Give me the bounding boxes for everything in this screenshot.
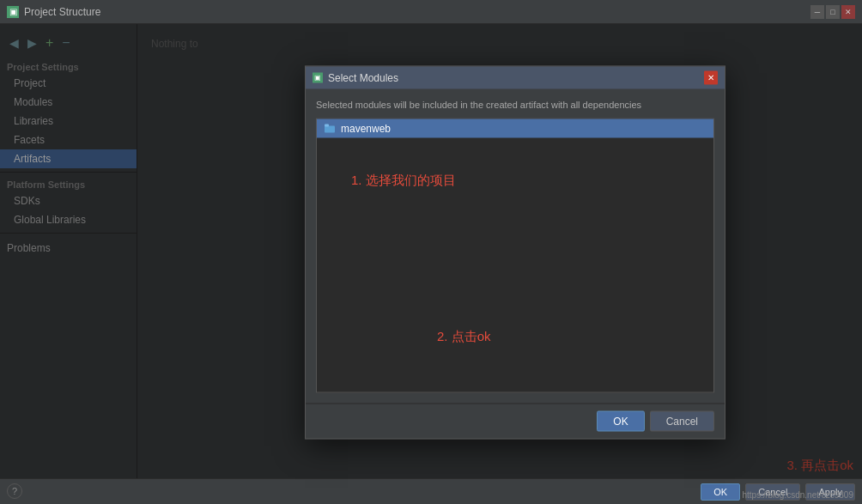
modal-icon: ▣ bbox=[313, 72, 323, 82]
module-item-mavenweb[interactable]: mavenweb bbox=[317, 118, 713, 137]
modal-titlebar: ▣ Select Modules ✕ bbox=[306, 66, 725, 88]
modal-cancel-button[interactable]: Cancel bbox=[650, 410, 714, 431]
modal-title-left: ▣ Select Modules bbox=[313, 71, 398, 83]
title-bar: ▣ Project Structure ─ □ ✕ bbox=[0, 0, 862, 24]
window-title: Project Structure bbox=[24, 6, 100, 18]
module-list: mavenweb 1. 选择我们的项目 2. 点击ok bbox=[316, 118, 714, 392]
svg-rect-0 bbox=[325, 125, 335, 132]
help-icon[interactable]: ? bbox=[7, 483, 22, 499]
modal-close-button[interactable]: ✕ bbox=[704, 70, 718, 84]
module-folder-icon bbox=[324, 122, 336, 134]
modal-title: Select Modules bbox=[328, 71, 398, 83]
svg-rect-1 bbox=[325, 124, 329, 126]
minimize-button[interactable]: ─ bbox=[810, 5, 824, 19]
modal-description: Selected modules will be included in the… bbox=[316, 99, 714, 109]
app-icon: ▣ bbox=[7, 6, 19, 18]
bottom-bar: OK Cancel Apply bbox=[0, 478, 862, 504]
modal-body: Selected modules will be included in the… bbox=[306, 88, 725, 403]
modal-footer: OK Cancel bbox=[306, 403, 725, 438]
window-controls: ─ □ ✕ bbox=[810, 5, 855, 19]
watermark: https://blog.csdn.net/czc9309 bbox=[742, 490, 853, 500]
modal-ok-button[interactable]: OK bbox=[597, 410, 644, 431]
maximize-button[interactable]: □ bbox=[826, 5, 840, 19]
annotation-2: 2. 点击ok bbox=[437, 328, 491, 344]
ok-button[interactable]: OK bbox=[701, 483, 740, 501]
select-modules-dialog: ▣ Select Modules ✕ Selected modules will… bbox=[305, 65, 725, 439]
module-name: mavenweb bbox=[341, 122, 391, 134]
close-button[interactable]: ✕ bbox=[841, 5, 855, 19]
annotation-1: 1. 选择我们的项目 bbox=[351, 172, 456, 188]
